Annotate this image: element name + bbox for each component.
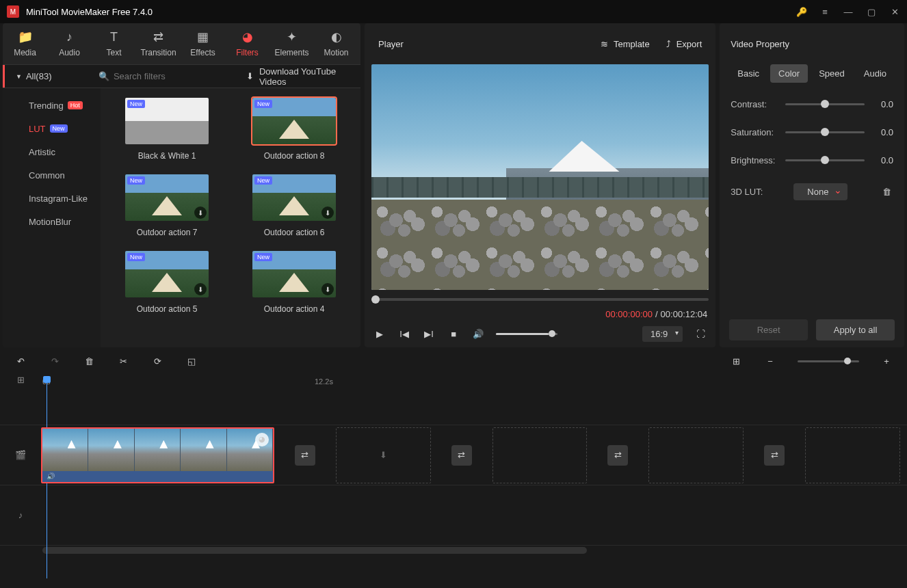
empty-clip-slot[interactable] <box>492 427 588 483</box>
download-icon: ⬇ <box>246 71 254 81</box>
fit-button[interactable]: ⊞ <box>729 354 743 368</box>
filter-item[interactable]: NewOutdoor action 8 <box>244 98 344 161</box>
player-title: Player <box>378 39 404 49</box>
download-icon: ⬇ <box>194 283 207 295</box>
tab-color[interactable]: Color <box>770 64 808 83</box>
overlay-track[interactable] <box>0 391 907 425</box>
transition-tab[interactable]: ⇄Transition <box>136 23 181 64</box>
effects-tab[interactable]: ▦Effects <box>181 23 225 64</box>
audio-tab[interactable]: ♪Audio <box>47 23 92 64</box>
seek-bar[interactable] <box>371 298 709 301</box>
prev-frame-button[interactable]: I◀ <box>397 328 411 341</box>
minimize-button[interactable]: — <box>843 6 854 17</box>
transition-slot[interactable]: ⇄ <box>295 445 315 466</box>
transition-slot[interactable]: ⇄ <box>764 445 785 466</box>
filter-item[interactable]: New⬇Outdoor action 5 <box>117 251 217 314</box>
next-frame-button[interactable]: ▶I <box>422 328 436 341</box>
filter-item[interactable]: New⬇Outdoor action 4 <box>244 251 344 314</box>
transition-slot[interactable]: ⇄ <box>451 445 472 466</box>
export-icon: ⤴ <box>666 39 671 49</box>
close-button[interactable]: ✕ <box>889 6 900 17</box>
category-lut[interactable]: LUTNew <box>3 117 101 140</box>
aspect-ratio-select[interactable]: 16:9 <box>642 326 683 342</box>
empty-clip-slot[interactable] <box>648 427 744 483</box>
main-toolbar: 📁Media ♪Audio TText ⇄Transition ▦Effects… <box>3 23 360 65</box>
reset-button[interactable]: Reset <box>729 319 808 340</box>
new-badge: New <box>127 176 145 185</box>
filter-item[interactable]: New⬇Outdoor action 6 <box>244 174 344 237</box>
horizontal-scrollbar[interactable] <box>42 547 587 554</box>
media-tab[interactable]: 📁Media <box>3 23 47 64</box>
title-bar: M MiniTool MovieMaker Free 7.4.0 🔑 ≡ — ▢… <box>0 0 907 23</box>
tab-basic[interactable]: Basic <box>729 64 767 83</box>
crop-button[interactable]: ◱ <box>185 354 198 368</box>
download-icon: ⬇ <box>321 206 334 219</box>
category-motionblur[interactable]: MotionBlur <box>3 210 101 233</box>
brightness-slider[interactable] <box>785 159 865 161</box>
menu-icon[interactable]: ≡ <box>819 6 830 17</box>
transition-icon: ⇄ <box>152 30 166 44</box>
zoom-slider[interactable] <box>798 360 859 362</box>
filters-tab[interactable]: ◕Filters <box>225 23 270 64</box>
split-button[interactable]: ✂ <box>116 354 130 368</box>
speaker-icon: 🔊 <box>47 472 55 480</box>
brightness-label: Brightness: <box>731 155 780 165</box>
fullscreen-button[interactable]: ⛶ <box>694 328 707 341</box>
play-button[interactable]: ▶ <box>373 328 386 341</box>
brightness-value: 0.0 <box>870 155 893 165</box>
category-trending[interactable]: TrendingHot <box>3 94 101 117</box>
add-track-icon[interactable]: ⊞ <box>0 375 41 385</box>
filter-item[interactable]: NewBlack & White 1 <box>117 98 217 161</box>
new-badge: New <box>127 253 145 261</box>
category-list: TrendingHot LUTNew Artistic Common Insta… <box>3 88 101 347</box>
export-button[interactable]: ⤴Export <box>666 39 702 49</box>
transition-slot[interactable]: ⇄ <box>607 445 628 466</box>
text-tab[interactable]: TText <box>92 23 136 64</box>
empty-clip-slot[interactable] <box>805 427 900 483</box>
category-instagram[interactable]: Instagram-Like <box>3 187 101 210</box>
video-track[interactable]: 🎬 🔊 ◕ ⇄ ⬇ ⇄ ⇄ ⇄ <box>0 425 907 485</box>
timeline: ↶ ↷ 🗑 ✂ ⟳ ◱ ⊞ − + ⊞ 0s 12.2s 🎬 🔊 ◕ <box>0 347 907 585</box>
download-youtube-button[interactable]: ⬇ Download YouTube Videos <box>237 66 360 87</box>
apply-all-button[interactable]: Apply to all <box>816 319 895 340</box>
tab-audio[interactable]: Audio <box>856 64 895 83</box>
speed-button[interactable]: ⟳ <box>150 354 164 368</box>
zoom-out-button[interactable]: − <box>763 354 777 368</box>
template-button[interactable]: ≋Template <box>601 39 650 49</box>
lut-select[interactable]: None <box>793 183 847 200</box>
category-all[interactable]: ▼All(83) <box>3 65 90 88</box>
volume-icon[interactable]: 🔊 <box>471 328 485 341</box>
search-input[interactable] <box>114 71 228 81</box>
delete-button[interactable]: 🗑 <box>82 354 96 368</box>
text-icon: T <box>107 30 121 44</box>
category-common[interactable]: Common <box>3 163 101 187</box>
delete-lut-icon[interactable]: 🗑 <box>880 185 893 199</box>
tab-speed[interactable]: Speed <box>811 64 853 83</box>
audio-track[interactable]: ♪ <box>0 485 907 546</box>
key-icon[interactable]: 🔑 <box>796 6 807 17</box>
video-clip[interactable]: 🔊 ◕ <box>41 427 274 483</box>
timeline-ruler[interactable]: ⊞ 0s 12.2s <box>0 375 907 391</box>
saturation-slider[interactable] <box>785 131 865 133</box>
template-icon: ≋ <box>601 39 608 49</box>
filters-panel: 📁Media ♪Audio TText ⇄Transition ▦Effects… <box>3 23 360 347</box>
stop-button[interactable]: ■ <box>447 328 460 341</box>
saturation-value: 0.0 <box>870 127 893 137</box>
contrast-slider[interactable] <box>785 103 865 105</box>
new-badge: New <box>127 100 145 108</box>
elements-tab[interactable]: ✦Elements <box>270 23 314 64</box>
video-preview[interactable] <box>371 64 709 290</box>
undo-button[interactable]: ↶ <box>14 354 27 368</box>
empty-clip-slot[interactable]: ⬇ <box>336 427 431 483</box>
maximize-button[interactable]: ▢ <box>866 6 877 17</box>
search-icon: 🔍 <box>98 71 109 81</box>
new-badge: New <box>254 100 272 108</box>
motion-tab[interactable]: ◐Motion <box>314 23 358 64</box>
elements-icon: ✦ <box>285 30 299 44</box>
redo-button[interactable]: ↷ <box>48 354 62 368</box>
property-title: Video Property <box>720 23 904 64</box>
filter-item[interactable]: New⬇Outdoor action 7 <box>117 174 217 237</box>
volume-slider[interactable] <box>496 333 557 335</box>
category-artistic[interactable]: Artistic <box>3 140 101 163</box>
zoom-in-button[interactable]: + <box>880 354 893 368</box>
